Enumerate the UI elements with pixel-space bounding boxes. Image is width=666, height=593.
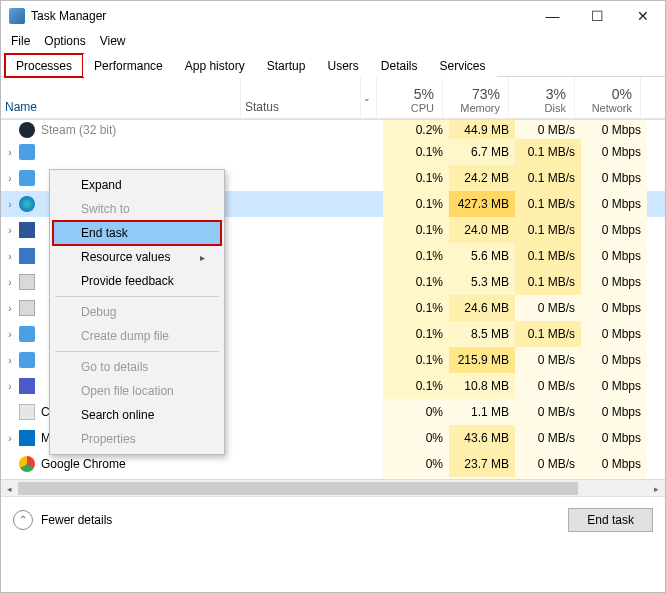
expand-icon[interactable]: › — [1, 147, 19, 158]
cell-cpu: 0.1% — [383, 269, 449, 295]
cell-disk: 0 MB/s — [515, 295, 581, 321]
process-icon — [19, 404, 35, 420]
process-icon — [19, 456, 35, 472]
ctx-expand[interactable]: Expand — [53, 173, 221, 197]
cell-mem: 10.8 MB — [449, 373, 515, 399]
tab-processes[interactable]: Processes — [5, 54, 83, 77]
col-disk[interactable]: 3% Disk — [509, 77, 575, 118]
titlebar: Task Manager — ☐ ✕ — [1, 1, 665, 31]
app-icon — [9, 8, 25, 24]
tab-performance[interactable]: Performance — [83, 54, 174, 77]
cell-net: 0 Mbps — [581, 347, 647, 373]
expand-icon[interactable]: › — [1, 199, 19, 210]
cell-disk: 0.1 MB/s — [515, 139, 581, 165]
menu-file[interactable]: File — [11, 34, 30, 48]
cell-cpu: 0.1% — [383, 295, 449, 321]
expand-icon[interactable]: › — [1, 355, 19, 366]
cell-net: 0 Mbps — [581, 243, 647, 269]
scroll-left-icon[interactable]: ◂ — [1, 480, 18, 497]
sort-indicator[interactable]: ⌄ — [361, 77, 377, 118]
process-icon — [19, 248, 35, 264]
cell-net: 0 Mbps — [581, 321, 647, 347]
cell-mem: 24.6 MB — [449, 295, 515, 321]
end-task-button[interactable]: End task — [568, 508, 653, 532]
col-status[interactable]: Status — [241, 77, 361, 118]
ctx-resourcevalues-label: Resource values — [81, 250, 170, 264]
ctx-separator-2 — [55, 351, 219, 352]
cell-disk: 0.1 MB/s — [515, 321, 581, 347]
expand-icon[interactable]: › — [1, 303, 19, 314]
context-menu: Expand Switch to End task Resource value… — [49, 169, 225, 455]
col-name[interactable]: Name — [1, 77, 241, 118]
col-cpu[interactable]: 5% CPU — [377, 77, 443, 118]
tab-users[interactable]: Users — [316, 54, 369, 77]
cell-disk: 0 MB/s — [515, 425, 581, 451]
process-icon — [19, 196, 35, 212]
ctx-searchonline[interactable]: Search online — [53, 403, 221, 427]
cell-net: 0 Mbps — [581, 165, 647, 191]
ctx-feedback[interactable]: Provide feedback — [53, 269, 221, 293]
cell-net: 0 Mbps — [581, 120, 647, 139]
col-memory[interactable]: 73% Memory — [443, 77, 509, 118]
tab-details[interactable]: Details — [370, 54, 429, 77]
cell-mem: 215.9 MB — [449, 347, 515, 373]
menu-view[interactable]: View — [100, 34, 126, 48]
process-icon — [19, 300, 35, 316]
fewer-details-button[interactable]: ⌃ Fewer details — [13, 510, 112, 530]
maximize-button[interactable]: ☐ — [575, 1, 620, 31]
window-buttons: — ☐ ✕ — [530, 1, 665, 31]
cell-cpu: 0.2% — [383, 120, 449, 139]
mem-percent: 73% — [472, 86, 500, 102]
cell-mem: 8.5 MB — [449, 321, 515, 347]
expand-icon[interactable]: › — [1, 329, 19, 340]
cell-net: 0 Mbps — [581, 191, 647, 217]
expand-icon[interactable]: › — [1, 251, 19, 262]
cell-disk: 0 MB/s — [515, 120, 581, 139]
disk-label: Disk — [545, 102, 566, 114]
tab-services[interactable]: Services — [429, 54, 497, 77]
expand-icon[interactable]: › — [1, 381, 19, 392]
ctx-separator-1 — [55, 296, 219, 297]
disk-percent: 3% — [546, 86, 566, 102]
cpu-percent: 5% — [414, 86, 434, 102]
col-network[interactable]: 0% Network — [575, 77, 641, 118]
horizontal-scrollbar[interactable]: ◂ ▸ — [1, 479, 665, 496]
expand-icon[interactable]: › — [1, 173, 19, 184]
tab-startup[interactable]: Startup — [256, 54, 317, 77]
tab-apphistory[interactable]: App history — [174, 54, 256, 77]
cell-disk: 0.1 MB/s — [515, 191, 581, 217]
process-icon — [19, 352, 35, 368]
scroll-right-icon[interactable]: ▸ — [648, 480, 665, 497]
process-icon — [19, 222, 35, 238]
cell-mem: 23.7 MB — [449, 451, 515, 477]
cell-cpu: 0.1% — [383, 243, 449, 269]
process-icon — [19, 326, 35, 342]
net-label: Network — [592, 102, 632, 114]
cell-mem: 43.6 MB — [449, 425, 515, 451]
footer: ⌃ Fewer details End task — [1, 496, 665, 542]
cell-cpu: 0% — [383, 451, 449, 477]
ctx-resourcevalues[interactable]: Resource values — [53, 245, 221, 269]
table-row[interactable]: ›0.1%6.7 MB0.1 MB/s0 Mbps — [1, 139, 665, 165]
ctx-debug: Debug — [53, 300, 221, 324]
close-button[interactable]: ✕ — [620, 1, 665, 31]
cell-cpu: 0.1% — [383, 191, 449, 217]
expand-icon[interactable]: › — [1, 433, 19, 444]
menu-options[interactable]: Options — [44, 34, 85, 48]
table-row[interactable]: Steam (32 bit)0.2%44.9 MB0 MB/s0 Mbps — [1, 119, 665, 139]
cell-net: 0 Mbps — [581, 269, 647, 295]
expand-icon[interactable]: › — [1, 225, 19, 236]
fewer-details-label: Fewer details — [41, 513, 112, 527]
scroll-thumb[interactable] — [18, 482, 578, 495]
minimize-button[interactable]: — — [530, 1, 575, 31]
process-icon — [19, 274, 35, 290]
cell-mem: 5.6 MB — [449, 243, 515, 269]
cell-cpu: 0.1% — [383, 139, 449, 165]
expand-icon[interactable]: › — [1, 277, 19, 288]
net-percent: 0% — [612, 86, 632, 102]
cell-disk: 0.1 MB/s — [515, 217, 581, 243]
cell-cpu: 0% — [383, 399, 449, 425]
cell-net: 0 Mbps — [581, 425, 647, 451]
ctx-endtask[interactable]: End task — [53, 221, 221, 245]
cell-disk: 0 MB/s — [515, 451, 581, 477]
